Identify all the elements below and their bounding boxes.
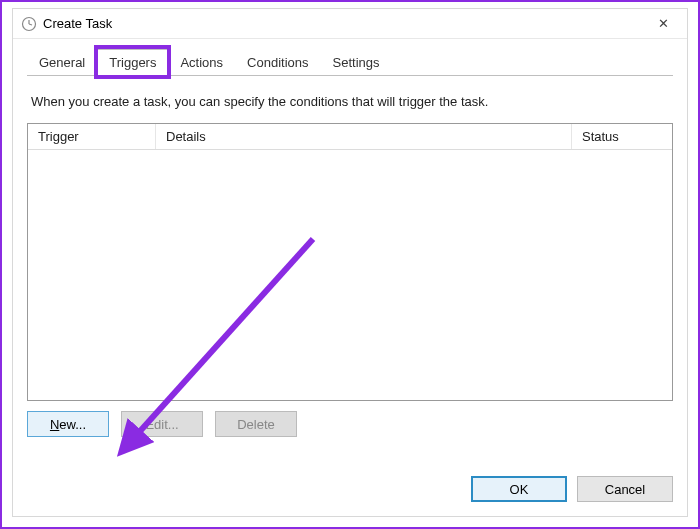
tab-label: Settings (333, 55, 380, 70)
tab-label: Conditions (247, 55, 308, 70)
tab-label: General (39, 55, 85, 70)
button-label: Delete (237, 417, 275, 432)
new-button[interactable]: New... (27, 411, 109, 437)
button-label: OK (510, 482, 529, 497)
tab-strip: General Triggers Actions Conditions Sett… (27, 49, 673, 76)
description-text: When you create a task, you can specify … (31, 94, 669, 109)
column-header-trigger[interactable]: Trigger (28, 124, 156, 149)
tab-general[interactable]: General (27, 49, 97, 76)
app-icon (21, 16, 37, 32)
button-label: Cancel (605, 482, 645, 497)
dialog-window: Create Task ✕ General Triggers Actions C… (12, 8, 688, 517)
tab-triggers[interactable]: Triggers (97, 49, 168, 76)
titlebar: Create Task ✕ (13, 9, 687, 39)
cancel-button[interactable]: Cancel (577, 476, 673, 502)
window-title: Create Task (43, 16, 643, 31)
edit-button[interactable]: Edit... (121, 411, 203, 437)
button-label: Edit... (145, 417, 178, 432)
close-icon: ✕ (658, 16, 669, 31)
column-header-status[interactable]: Status (572, 124, 672, 149)
ok-button[interactable]: OK (471, 476, 567, 502)
svg-line-2 (29, 24, 32, 25)
column-header-details[interactable]: Details (156, 124, 572, 149)
table-header-row: Trigger Details Status (28, 124, 672, 150)
delete-button[interactable]: Delete (215, 411, 297, 437)
tab-conditions[interactable]: Conditions (235, 49, 320, 76)
dialog-footer: OK Cancel (471, 476, 673, 502)
dialog-body: General Triggers Actions Conditions Sett… (13, 39, 687, 451)
action-buttons-row: New... Edit... Delete (27, 411, 673, 437)
tab-settings[interactable]: Settings (321, 49, 392, 76)
tab-actions[interactable]: Actions (168, 49, 235, 76)
triggers-table: Trigger Details Status (27, 123, 673, 401)
tab-label: Actions (180, 55, 223, 70)
button-label: New... (50, 417, 86, 432)
tab-label: Triggers (109, 55, 156, 70)
close-button[interactable]: ✕ (643, 10, 683, 38)
